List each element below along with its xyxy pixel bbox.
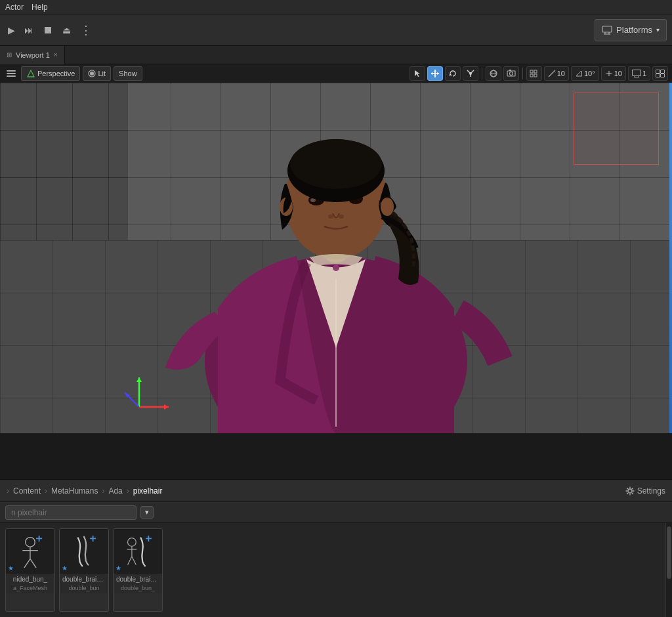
breadcrumb-arrow-start: › <box>7 486 9 496</box>
axes-group <box>125 377 169 410</box>
svg-point-7 <box>90 72 94 75</box>
perspective-label: Perspective <box>37 70 75 77</box>
svg-line-66 <box>24 559 30 568</box>
grid-view-button[interactable] <box>526 66 542 81</box>
breadcrumb-bar: › Content › MetaHumans › Ada › pixelhair… <box>0 480 672 502</box>
asset-sublabel-1: a_FaceMesh <box>6 585 54 593</box>
svg-marker-14 <box>437 72 439 75</box>
svg-point-51 <box>339 215 344 219</box>
scale-tool-button[interactable] <box>463 66 478 81</box>
svg-point-55 <box>381 198 394 216</box>
bottom-panel: › Content › MetaHumans › Ada › pixelhair… <box>0 479 672 617</box>
grid-size-button[interactable]: 10 <box>544 66 569 81</box>
viewport-right-controls: 10 10° 10 <box>410 66 668 81</box>
screen-icon <box>632 70 641 77</box>
character-figure <box>113 85 559 433</box>
svg-point-43 <box>333 265 339 271</box>
platforms-button[interactable]: Platforms ▾ <box>595 19 667 41</box>
play-next-button[interactable]: ⏭ <box>22 22 36 38</box>
asset-label-3: double_braids_ <box>114 574 162 585</box>
menu-actor[interactable]: Actor <box>5 3 24 12</box>
lit-button[interactable]: Lit <box>83 66 111 81</box>
breadcrumb-pixelhair[interactable]: pixelhair <box>133 486 163 496</box>
lit-icon <box>88 70 96 77</box>
scrollbar-thumb[interactable] <box>667 526 671 579</box>
settings-label: Settings <box>637 486 665 496</box>
asset-thumb-1: ★ <box>6 529 54 574</box>
viewport-tab-1[interactable]: ⊞ Viewport 1 × <box>0 46 65 64</box>
rotate-tool-button[interactable] <box>445 66 461 81</box>
selection-overlay <box>574 93 659 165</box>
right-edge-bar <box>669 83 672 433</box>
breadcrumb-sep-2: › <box>102 486 104 496</box>
select-tool-button[interactable] <box>410 66 425 81</box>
svg-rect-25 <box>509 70 511 71</box>
list-item[interactable]: ★ double_braids_ double_bun_ <box>113 528 163 612</box>
multiscreen-icon <box>656 70 665 77</box>
asset-star-3: ★ <box>116 564 121 572</box>
separator-1 <box>482 68 482 79</box>
stop-button[interactable]: ⏹ <box>40 22 56 39</box>
screen-value: 1 <box>642 70 646 77</box>
platforms-chevron: ▾ <box>656 26 660 33</box>
scale-value-button[interactable]: 10 <box>601 66 626 81</box>
asset-label-2: double_braids_ <box>60 574 108 585</box>
hamburger-menu[interactable] <box>4 68 18 79</box>
angle-button[interactable]: 10° <box>571 66 599 81</box>
world-icon-button[interactable] <box>486 66 501 81</box>
breadcrumb-sep-3: › <box>127 486 129 496</box>
platforms-label: Platforms <box>616 25 652 35</box>
play-button[interactable]: ▶ <box>5 22 18 38</box>
asset-grid: ★ nided_bun_ a_FaceMesh ★ double_braids_… <box>0 523 672 617</box>
menu-help[interactable]: Help <box>32 3 48 12</box>
svg-line-75 <box>128 557 132 565</box>
cursor-icon <box>413 70 421 77</box>
svg-rect-27 <box>534 70 537 73</box>
svg-rect-38 <box>661 70 665 74</box>
settings-gear-icon <box>625 486 635 496</box>
perspective-button[interactable]: Perspective <box>21 66 80 81</box>
show-button[interactable]: Show <box>114 66 142 81</box>
breadcrumb-ada[interactable]: Ada <box>108 486 122 496</box>
camera-icon-button[interactable] <box>503 66 519 81</box>
breadcrumb-sep-1: › <box>45 486 47 496</box>
hair2-thumb-icon <box>121 535 154 568</box>
list-item[interactable]: ★ double_braids_ double_bun <box>59 528 109 612</box>
svg-rect-40 <box>661 74 665 77</box>
viewport-close-button[interactable]: × <box>54 51 58 58</box>
search-bar: ▾ <box>0 502 672 523</box>
rotate-icon <box>448 69 457 78</box>
svg-point-50 <box>328 215 333 219</box>
move-tool-button[interactable] <box>427 66 443 81</box>
viewport-toolbar: Perspective Lit Show <box>0 64 672 83</box>
toolbar: ▶ ⏭ ⏹ ⏏ ⋮ Platforms ▾ <box>0 14 672 46</box>
viewport-tab-label: Viewport 1 <box>16 51 50 59</box>
settings-button[interactable]: Settings <box>625 486 665 496</box>
breadcrumb-content[interactable]: Content <box>13 486 41 496</box>
svg-rect-0 <box>602 26 612 32</box>
svg-marker-4 <box>28 70 34 77</box>
svg-rect-28 <box>530 74 533 77</box>
eject-button[interactable]: ⏏ <box>60 22 74 38</box>
asset-star-2: ★ <box>62 564 68 572</box>
viewport-container: ⊞ Viewport 1 × Perspective Lit <box>0 46 672 433</box>
screen-button[interactable]: 1 <box>628 66 650 81</box>
dropdown-arrow: ▾ <box>145 508 149 517</box>
hair-thumb-icon <box>68 535 100 568</box>
svg-rect-39 <box>656 74 660 77</box>
move-icon <box>430 69 440 78</box>
svg-point-62 <box>628 489 632 493</box>
multiscreen-button[interactable] <box>652 66 668 81</box>
platforms-icon <box>602 25 612 35</box>
svg-marker-12 <box>434 75 436 77</box>
viewport-scene[interactable] <box>0 83 672 433</box>
scale-value-icon <box>605 70 613 77</box>
search-dropdown[interactable]: ▾ <box>140 506 154 519</box>
svg-line-67 <box>30 559 36 568</box>
list-item[interactable]: ★ nided_bun_ a_FaceMesh <box>5 528 55 612</box>
more-button[interactable]: ⋮ <box>77 20 94 40</box>
svg-marker-57 <box>164 404 169 410</box>
breadcrumb-metahumans[interactable]: MetaHumans <box>51 486 98 496</box>
search-input[interactable] <box>5 505 136 520</box>
viewport-tabs: ⊞ Viewport 1 × <box>0 46 672 64</box>
